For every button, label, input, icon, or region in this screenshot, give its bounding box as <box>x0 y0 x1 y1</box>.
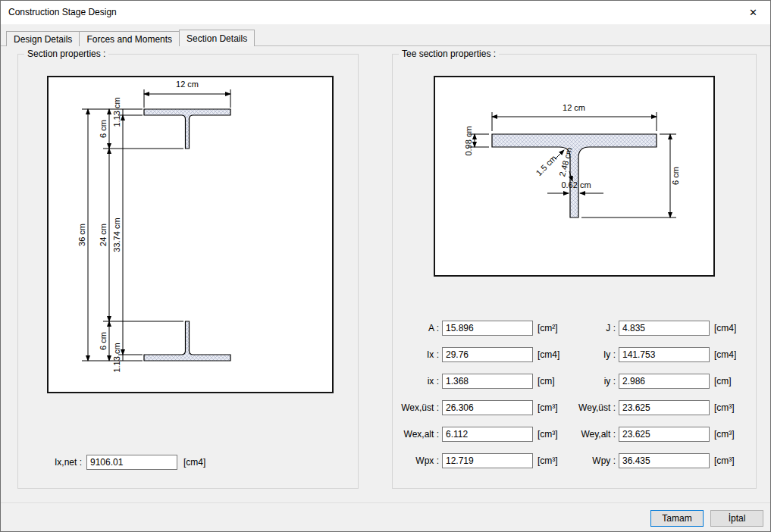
iy-inertia-unit: [cm4] <box>714 349 736 360</box>
tee-stem-thk-dim-label: 0.62 cm <box>561 180 591 189</box>
tee-shape <box>492 134 657 217</box>
tab-section-details[interactable]: Section Details <box>179 30 255 46</box>
extension-lines <box>82 109 183 361</box>
bottom-tee-shape <box>144 321 230 361</box>
wex-alt-label: Wex,alt : <box>399 429 439 440</box>
total-height-dim-label: 36 cm <box>77 224 86 246</box>
ix-radius-label: ix : <box>399 376 439 386</box>
wpy-label: Wpy : <box>564 455 616 466</box>
tee-section-drawing: 12 cm 0.98 cm 1.5 cm 2.48 cm 0.62 cm <box>434 76 715 277</box>
property-row-ix-iy-radius: ix : [cm] iy : [cm] <box>399 374 751 389</box>
j-unit: [cm4] <box>714 323 736 333</box>
ix-radius-unit: [cm] <box>538 376 555 386</box>
tee-flange-thk-dim-label: 0.98 cm <box>464 126 473 155</box>
title-bar: Construction Stage Design ✕ <box>1 1 770 24</box>
bottom-tee-height-dim-label: 6 cm <box>99 332 108 350</box>
cancel-button[interactable]: İptal <box>710 510 763 527</box>
a-input[interactable] <box>442 321 533 336</box>
tab-design-details[interactable]: Design Details <box>6 31 80 46</box>
property-row-wex-alt-wey-alt: Wex,alt : [cm³] Wey,alt : [cm³] <box>399 427 751 442</box>
iy-inertia-label: Iy : <box>564 349 616 360</box>
inner-height-dim-label: 33.74 cm <box>112 217 121 252</box>
footer-separator <box>1 502 770 503</box>
tee-section-properties-legend: Tee section properties : <box>399 49 499 59</box>
wex-ust-label: Wex,üst : <box>399 402 439 413</box>
tee-fields: A : [cm²] J : [cm4] Ix : [cm4] Iy : [cm4… <box>399 321 751 480</box>
iy-radius-unit: [cm] <box>714 376 732 386</box>
wey-ust-unit: [cm³] <box>714 402 735 413</box>
tab-strip: Design Details Forces and Moments Sectio… <box>6 30 254 46</box>
wex-alt-unit: [cm³] <box>538 429 558 440</box>
wey-alt-label: Wey,alt : <box>564 429 616 440</box>
tee-width-dimension: 12 cm <box>492 103 657 131</box>
tee-fillet-dim-label: 1.5 cm <box>534 153 558 177</box>
ix-net-unit: [cm4] <box>183 457 205 468</box>
ix-inertia-unit: [cm4] <box>538 349 559 360</box>
a-label: A : <box>399 323 439 333</box>
wex-alt-input[interactable] <box>442 427 533 442</box>
ix-net-label: Ix,net : <box>52 457 82 468</box>
wey-alt-unit: [cm³] <box>714 429 735 440</box>
property-row-wpx-wpy: Wpx : [cm³] Wpy : [cm³] <box>399 453 751 468</box>
property-row-a-j: A : [cm²] J : [cm4] <box>399 321 751 336</box>
ix-inertia-input[interactable] <box>442 347 533 362</box>
width-dim-label: 12 cm <box>176 80 199 89</box>
bottom-flange-thk-dim-label: 1.13 cm <box>112 343 121 372</box>
mid-height-dim-label: 24 cm <box>99 224 108 246</box>
top-tee-shape <box>144 109 230 149</box>
wpx-label: Wpx : <box>399 455 439 466</box>
property-row-ix-iy: Ix : [cm4] Iy : [cm4] <box>399 347 751 362</box>
wex-ust-input[interactable] <box>442 400 533 415</box>
wpx-unit: [cm³] <box>538 455 558 466</box>
construction-stage-design-dialog: Construction Stage Design ✕ Design Detai… <box>0 0 771 532</box>
ok-button[interactable]: Tamam <box>650 510 704 527</box>
section-properties-legend: Section properties : <box>24 49 108 59</box>
width-dimension: 12 cm <box>144 80 230 108</box>
iy-inertia-input[interactable] <box>619 347 710 362</box>
iy-radius-input[interactable] <box>619 374 710 389</box>
j-label: J : <box>564 323 616 333</box>
wpx-input[interactable] <box>442 453 533 468</box>
ix-inertia-label: Ix : <box>399 349 439 360</box>
wey-alt-input[interactable] <box>619 427 710 442</box>
ix-radius-input[interactable] <box>442 374 533 389</box>
tee-width-dim-label: 12 cm <box>563 103 585 112</box>
tee-section-properties-group: Tee section properties : 12 cm <box>392 54 757 489</box>
a-unit: [cm²] <box>538 323 558 333</box>
close-icon[interactable]: ✕ <box>736 1 770 24</box>
top-tee-height-dim-label: 6 cm <box>99 120 108 138</box>
wpy-unit: [cm³] <box>714 455 735 466</box>
j-input[interactable] <box>619 321 710 336</box>
top-flange-thk-dim-label: 1.13 cm <box>112 97 121 127</box>
window-title: Construction Stage Design <box>8 1 117 24</box>
i-section-drawing: 12 cm 36 cm 6 cm 24 cm <box>47 76 334 393</box>
wpy-input[interactable] <box>619 453 710 468</box>
wey-ust-label: Wey,üst : <box>564 402 616 413</box>
ix-net-input[interactable] <box>86 455 177 470</box>
tab-forces-and-moments[interactable]: Forces and Moments <box>79 31 180 46</box>
tee-flange-thk-dimension: 0.98 cm <box>464 126 489 155</box>
wey-ust-input[interactable] <box>619 400 710 415</box>
tee-height-dim-label: 6 cm <box>671 167 680 185</box>
section-properties-group: Section properties : 12 cm <box>17 54 359 489</box>
wex-ust-unit: [cm³] <box>538 402 558 413</box>
iy-radius-label: iy : <box>564 376 616 386</box>
property-row-wex-ust-wey-ust: Wex,üst : [cm³] Wey,üst : [cm³] <box>399 400 751 415</box>
